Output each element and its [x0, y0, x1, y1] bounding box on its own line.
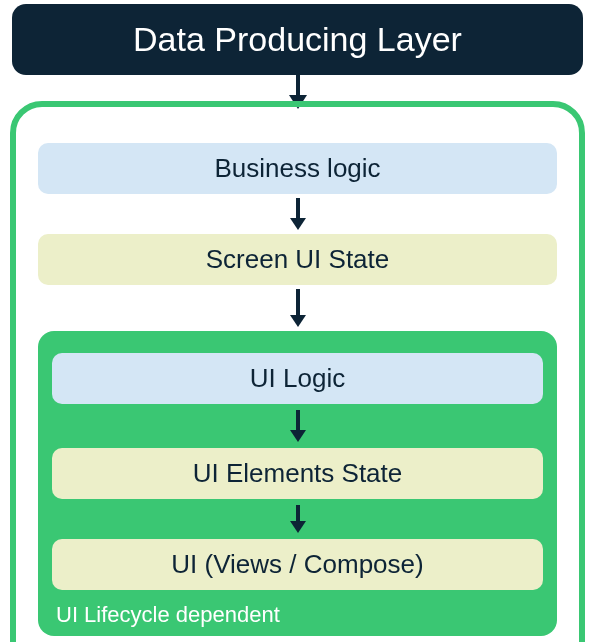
ui-views-label: UI (Views / Compose)	[171, 549, 423, 579]
screen-ui-state-label: Screen UI State	[206, 244, 390, 274]
business-logic-label: Business logic	[214, 153, 380, 183]
header-title: Data Producing Layer	[133, 20, 462, 58]
ui-lifecycle-label: UI Lifecycle dependent	[56, 602, 280, 628]
svg-marker-3	[290, 218, 306, 230]
screen-ui-state-box: Screen UI State	[38, 234, 557, 285]
data-producing-layer-box: Data Producing Layer	[12, 4, 583, 75]
svg-marker-5	[290, 315, 306, 327]
diagram-container: Data Producing Layer Business logic Scre…	[4, 4, 591, 642]
ui-layer-container: Business logic Screen UI State UI Logic	[10, 101, 585, 642]
ui-logic-label: UI Logic	[250, 363, 345, 393]
ui-elements-state-label: UI Elements State	[193, 458, 403, 488]
ui-lifecycle-container: UI Logic UI Elements State UI (Views / C…	[38, 331, 557, 636]
arrow-down-icon	[38, 198, 557, 230]
business-logic-box: Business logic	[38, 143, 557, 194]
ui-elements-state-box: UI Elements State	[52, 448, 543, 499]
arrow-down-icon	[52, 410, 543, 442]
arrow-down-icon	[38, 289, 557, 327]
svg-marker-9	[290, 521, 306, 533]
ui-logic-box: UI Logic	[52, 353, 543, 404]
svg-marker-7	[290, 430, 306, 442]
arrow-down-icon	[52, 505, 543, 533]
ui-views-box: UI (Views / Compose)	[52, 539, 543, 590]
